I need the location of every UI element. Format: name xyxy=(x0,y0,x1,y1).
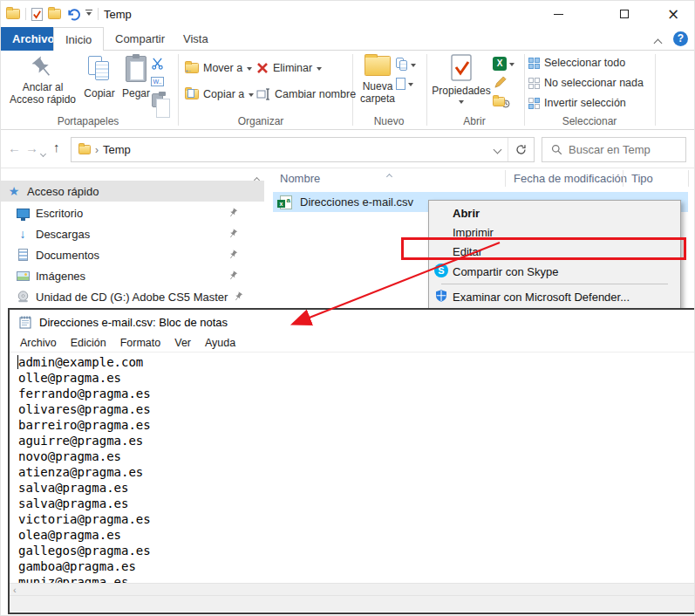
dropdown-caret xyxy=(459,100,464,106)
cd-drive-icon xyxy=(10,291,36,303)
back-icon[interactable]: ← xyxy=(8,140,21,155)
history-button[interactable] xyxy=(493,94,510,108)
history-icon xyxy=(493,97,505,106)
notepad-menu-ver[interactable]: Ver xyxy=(167,337,198,349)
copy-icon xyxy=(88,56,111,82)
paste-button[interactable]: Pegar xyxy=(118,56,154,99)
rename-button[interactable]: Cambiar nombre xyxy=(256,88,356,100)
new-folder-qat-icon[interactable] xyxy=(48,9,61,19)
easy-access-icon xyxy=(396,78,405,90)
recent-locations-icon[interactable] xyxy=(41,146,45,159)
notepad-menu-ayuda[interactable]: Ayuda xyxy=(198,337,242,349)
quick-access-star-icon: ★ xyxy=(1,184,27,198)
collapse-ribbon-icon[interactable] xyxy=(655,36,661,49)
notepad-horizontal-scrollbar[interactable]: ‹ xyxy=(10,583,695,595)
delete-button[interactable]: Eliminar xyxy=(256,62,322,74)
forward-icon[interactable]: → xyxy=(25,140,38,155)
sidebar-item-descargas[interactable]: ↓ Descargas xyxy=(1,223,254,244)
address-dropdown-icon[interactable] xyxy=(494,146,502,154)
help-icon[interactable]: ? xyxy=(673,31,688,46)
annotation-highlight-editar xyxy=(401,237,686,260)
column-header-tipo[interactable]: Tipo xyxy=(631,172,653,185)
pin-icon[interactable] xyxy=(226,227,241,242)
menu-item-compartir-skype[interactable]: Compartir con Skype xyxy=(429,261,680,282)
pin-to-quick-access-button[interactable]: Anclar al Acceso rápido xyxy=(6,55,79,106)
paste-shortcut-button[interactable] xyxy=(152,93,163,107)
divider xyxy=(623,170,623,187)
rename-icon xyxy=(256,88,270,100)
sidebar-item-documentos[interactable]: Documentos xyxy=(1,244,254,265)
notepad-menu-formato[interactable]: Formato xyxy=(113,337,168,349)
notepad-status-bar xyxy=(10,595,695,612)
close-button[interactable]: × xyxy=(660,6,686,22)
scroll-left-icon[interactable]: ‹ xyxy=(13,585,17,595)
dropdown-caret xyxy=(411,64,416,70)
up-icon[interactable]: ↑ xyxy=(53,140,60,154)
refresh-button[interactable] xyxy=(508,138,534,161)
easy-access-button[interactable] xyxy=(396,78,413,90)
cut-button[interactable] xyxy=(151,57,164,70)
pin-icon[interactable] xyxy=(226,248,241,263)
new-folder-button[interactable]: Nueva carpeta xyxy=(356,56,399,105)
dropdown-caret xyxy=(249,93,254,99)
breadcrumb-path[interactable]: Temp xyxy=(103,143,131,156)
menu-item-defender[interactable]: Examinar con Microsoft Defender... xyxy=(429,286,680,307)
sidebar-item-cd-drive[interactable]: Unidad de CD (G:) Adobe CS5 Master xyxy=(1,286,254,307)
column-header-nombre[interactable]: Nombre xyxy=(280,172,320,185)
tab-compartir[interactable]: Compartir xyxy=(104,27,176,51)
undo-icon[interactable] xyxy=(66,8,80,21)
text-line: aguirre@pragma.es xyxy=(18,433,695,448)
select-all-button[interactable]: Seleccionar todo xyxy=(528,57,625,69)
copy-button[interactable]: Copiar xyxy=(79,56,119,99)
minimize-button[interactable] xyxy=(545,6,571,22)
open-with-excel-button[interactable] xyxy=(493,57,514,71)
paste-icon xyxy=(126,56,146,82)
address-folder-icon xyxy=(78,145,91,154)
invert-selection-button[interactable]: Invertir selección xyxy=(528,97,626,109)
column-header-fecha[interactable]: Fecha de modificación xyxy=(514,172,627,185)
breadcrumb-separator: › xyxy=(95,144,99,156)
new-item-button[interactable] xyxy=(396,58,416,72)
menu-separator xyxy=(441,284,668,284)
copy-to-button[interactable]: Copiar a xyxy=(185,88,254,100)
edit-file-button[interactable] xyxy=(494,76,507,89)
scissors-icon xyxy=(151,57,164,70)
customize-qat-icon[interactable] xyxy=(85,10,92,18)
pin-icon[interactable] xyxy=(226,269,241,284)
select-none-button[interactable]: No seleccionar nada xyxy=(528,77,644,89)
ribbon-tab-bar: Archivo Inicio Compartir Vista ? xyxy=(1,27,695,51)
sidebar-item-escritorio[interactable]: Escritorio xyxy=(1,202,254,223)
properties-button[interactable]: Propiedades xyxy=(430,54,493,106)
pencil-icon xyxy=(494,76,507,89)
sidebar-item-imagenes[interactable]: Imágenes xyxy=(1,265,254,286)
notepad-titlebar: Direcciones e-mail.csv: Bloc de notas xyxy=(10,310,695,334)
notepad-window: Direcciones e-mail.csv: Bloc de notas Ar… xyxy=(8,308,695,614)
copy-path-icon xyxy=(151,77,164,86)
text-line: salva@pragma.es xyxy=(18,496,695,511)
text-line: barreiro@pragma.es xyxy=(18,417,695,433)
maximize-button[interactable] xyxy=(611,6,637,22)
move-to-button[interactable]: ← Mover a xyxy=(185,62,252,74)
text-line: admin@example.com xyxy=(18,354,695,370)
pin-icon[interactable] xyxy=(231,290,246,305)
tab-inicio[interactable]: Inicio xyxy=(53,27,104,51)
menu-item-abrir[interactable]: Abrir xyxy=(429,203,680,222)
notepad-menu-archivo[interactable]: Archivo xyxy=(13,337,64,349)
tab-vista[interactable]: Vista xyxy=(172,27,220,51)
search-input[interactable] xyxy=(569,143,673,156)
copy-path-button[interactable] xyxy=(151,77,164,86)
dropdown-caret xyxy=(317,67,322,73)
notepad-menu-edicion[interactable]: Edición xyxy=(64,337,113,349)
dropdown-caret xyxy=(509,63,514,69)
delete-x-icon xyxy=(256,62,269,74)
notepad-text-area[interactable]: admin@example.com olle@pragma.es ferrand… xyxy=(10,352,695,583)
address-bar[interactable]: › Temp xyxy=(71,137,535,162)
divider xyxy=(688,170,689,187)
invert-selection-icon xyxy=(528,98,540,109)
pin-icon[interactable] xyxy=(226,206,241,221)
sidebar-item-quick-access[interactable]: ★ Acceso rápido xyxy=(1,181,264,202)
divider xyxy=(426,54,427,126)
properties-qat-icon[interactable] xyxy=(31,8,43,21)
downloads-icon: ↓ xyxy=(10,227,36,241)
search-box[interactable] xyxy=(542,137,686,162)
